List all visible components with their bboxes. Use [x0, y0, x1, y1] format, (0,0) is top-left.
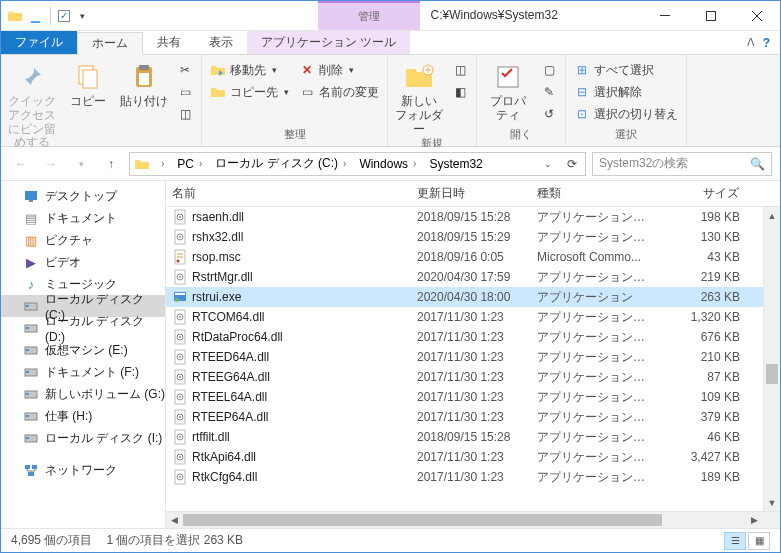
copy-to-button[interactable]: コピー先▾ — [206, 81, 293, 103]
file-row[interactable]: RstrtMgr.dll2020/04/30 17:59アプリケーション拡張21… — [166, 267, 763, 287]
invert-selection-button[interactable]: ⊡選択の切り替え — [570, 103, 682, 125]
tab-view[interactable]: 表示 — [195, 31, 247, 54]
sidebar-item-network[interactable]: ネットワーク — [1, 459, 165, 481]
file-list[interactable]: rsaenh.dll2018/09/15 15:28アプリケーション拡張198 … — [166, 207, 763, 511]
close-button[interactable] — [734, 1, 780, 31]
col-type[interactable]: 種類 — [531, 181, 661, 206]
sidebar-item[interactable]: ▶ビデオ — [1, 251, 165, 273]
search-input[interactable]: System32の検索 🔍 — [592, 152, 772, 176]
file-row[interactable]: rtffilt.dll2018/09/15 15:28アプリケーション拡張46 … — [166, 427, 763, 447]
file-row[interactable]: RtDataProc64.dll2017/11/30 1:23アプリケーション拡… — [166, 327, 763, 347]
up-button[interactable]: ↑ — [99, 152, 123, 176]
scroll-left-button[interactable]: ◀ — [166, 512, 183, 528]
new-item-button[interactable]: ◫ — [448, 59, 472, 81]
forward-button[interactable]: → — [39, 152, 63, 176]
help-icon[interactable]: ? — [763, 36, 770, 50]
file-row[interactable]: RTEEL64A.dll2017/11/30 1:23アプリケーション拡張109… — [166, 387, 763, 407]
sidebar-item[interactable]: 仕事 (H:) — [1, 405, 165, 427]
navigation-pane[interactable]: デスクトップ▤ドキュメント▥ピクチャ▶ビデオ♪ミュージックローカル ディスク (… — [1, 181, 166, 528]
file-row[interactable]: RtkCfg64.dll2017/11/30 1:23アプリケーション拡張189… — [166, 467, 763, 487]
file-name: rstrui.exe — [192, 290, 241, 304]
file-row[interactable]: RTEEG64A.dll2017/11/30 1:23アプリケーション拡張87 … — [166, 367, 763, 387]
paste-shortcut-button[interactable]: ◫ — [173, 103, 197, 125]
sidebar-icon — [23, 364, 39, 380]
ribbon-tabs: ファイル ホーム 共有 表示 アプリケーション ツール ᐱ ? — [1, 31, 780, 55]
tab-share[interactable]: 共有 — [143, 31, 195, 54]
sidebar-item[interactable]: ローカル ディスク (D:) — [1, 317, 165, 339]
maximize-button[interactable] — [688, 1, 734, 31]
ribbon-collapse-icon[interactable]: ᐱ — [747, 36, 755, 49]
context-tab-manage[interactable]: 管理 — [318, 1, 420, 30]
crumb-system32[interactable]: System32 — [425, 153, 486, 175]
tab-home[interactable]: ホーム — [77, 32, 143, 55]
file-name: rsaenh.dll — [192, 210, 244, 224]
col-date[interactable]: 更新日時 — [411, 181, 531, 206]
edit-icon: ✎ — [541, 84, 557, 100]
file-row[interactable]: rshx32.dll2018/09/15 15:29アプリケーション拡張130 … — [166, 227, 763, 247]
history-button[interactable]: ↺ — [537, 103, 561, 125]
sidebar-item[interactable]: ▤ドキュメント — [1, 207, 165, 229]
paste-button[interactable]: 貼り付け — [117, 57, 171, 109]
file-type: アプリケーション拡張 — [531, 209, 661, 226]
edit-button[interactable]: ✎ — [537, 81, 561, 103]
scroll-thumb[interactable] — [766, 364, 778, 384]
file-row[interactable]: RtkApi64.dll2017/11/30 1:23アプリケーション拡張3,4… — [166, 447, 763, 467]
svg-point-62 — [179, 436, 181, 438]
sidebar-item[interactable]: デスクトップ — [1, 185, 165, 207]
new-folder-button[interactable]: 新しい フォルダー — [392, 57, 446, 136]
breadcrumb-bar[interactable]: › PC› ローカル ディスク (C:)› Windows› System32 … — [129, 152, 586, 176]
scroll-up-button[interactable]: ▲ — [764, 207, 780, 224]
file-row[interactable]: RTEEP64A.dll2017/11/30 1:23アプリケーション拡張379… — [166, 407, 763, 427]
view-details-button[interactable]: ☰ — [724, 532, 746, 550]
copy-button[interactable]: コピー — [61, 57, 115, 109]
addr-dropdown-icon[interactable]: ⌄ — [537, 159, 559, 169]
minimize-button[interactable] — [642, 1, 688, 31]
easy-access-button[interactable]: ◧ — [448, 81, 472, 103]
col-size[interactable]: サイズ — [661, 181, 746, 206]
back-button[interactable]: ← — [9, 152, 33, 176]
file-type: アプリケーション拡張 — [531, 409, 661, 426]
qat-properties-icon[interactable]: ▁ — [27, 8, 43, 24]
file-row[interactable]: rsaenh.dll2018/09/15 15:28アプリケーション拡張198 … — [166, 207, 763, 227]
tab-file[interactable]: ファイル — [1, 31, 77, 54]
new-folder-icon — [403, 61, 435, 93]
file-row[interactable]: rsop.msc2018/09/16 0:05Microsoft Commo..… — [166, 247, 763, 267]
cut-button[interactable]: ✂ — [173, 59, 197, 81]
scroll-down-button[interactable]: ▼ — [764, 494, 780, 511]
qat-checkbox-icon[interactable]: ✓ — [58, 10, 70, 22]
vertical-scrollbar[interactable]: ▲ ▼ — [763, 207, 780, 511]
select-none-button[interactable]: ⊟選択解除 — [570, 81, 682, 103]
properties-button[interactable]: プロパ ティ — [481, 57, 535, 123]
move-to-button[interactable]: 移動先▾ — [206, 59, 293, 81]
scroll-thumb-h[interactable] — [183, 514, 662, 526]
sidebar-item[interactable]: ▥ピクチャ — [1, 229, 165, 251]
horizontal-scrollbar[interactable]: ◀ ▶ — [166, 511, 780, 528]
refresh-button[interactable]: ⟳ — [561, 157, 583, 171]
select-all-button[interactable]: ⊞すべて選択 — [570, 59, 682, 81]
delete-button[interactable]: ✕削除▾ — [295, 59, 383, 81]
sidebar-item[interactable]: 新しいボリューム (G:) — [1, 383, 165, 405]
chevron-icon[interactable]: › — [158, 158, 167, 169]
ribbon-group-clipboard: クイック アクセス にピン留めする コピー 貼り付け ✂ ▭ ◫ クリップボード — [1, 55, 202, 146]
rename-button[interactable]: ▭名前の変更 — [295, 81, 383, 103]
crumb-windows[interactable]: Windows› — [355, 153, 423, 175]
file-row[interactable]: RTEED64A.dll2017/11/30 1:23アプリケーション拡張210… — [166, 347, 763, 367]
crumb-drive[interactable]: ローカル ディスク (C:)› — [211, 153, 353, 175]
recent-dropdown[interactable]: ▾ — [69, 152, 93, 176]
pin-to-quick-access-button[interactable]: クイック アクセス にピン留めする — [5, 57, 59, 150]
tab-app-tools[interactable]: アプリケーション ツール — [247, 31, 410, 54]
copy-path-button[interactable]: ▭ — [173, 81, 197, 103]
group-label-organize: 整理 — [206, 127, 383, 144]
file-row[interactable]: RTCOM64.dll2017/11/30 1:23アプリケーション拡張1,32… — [166, 307, 763, 327]
sidebar-item[interactable]: ローカル ディスク (I:) — [1, 427, 165, 449]
col-name[interactable]: 名前 — [166, 181, 411, 206]
open-button[interactable]: ▢ — [537, 59, 561, 81]
view-icons-button[interactable]: ▦ — [748, 532, 770, 550]
sidebar-item[interactable]: ドキュメント (F:) — [1, 361, 165, 383]
svg-rect-14 — [26, 327, 29, 329]
qat-dropdown-icon[interactable]: ▾ — [74, 8, 90, 24]
file-row[interactable]: rstrui.exe2020/04/30 18:00アプリケーション263 KB — [166, 287, 763, 307]
scroll-right-button[interactable]: ▶ — [746, 512, 763, 528]
crumb-pc[interactable]: PC› — [173, 153, 209, 175]
svg-rect-25 — [25, 465, 30, 469]
